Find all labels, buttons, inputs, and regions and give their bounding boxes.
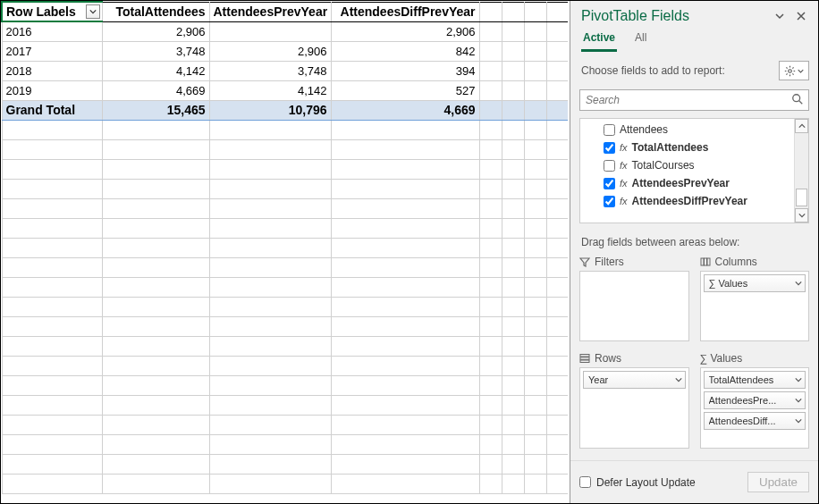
empty-cell[interactable] bbox=[2, 238, 102, 257]
grand-total-prev[interactable]: 10,796 bbox=[209, 100, 331, 120]
empty-cell[interactable] bbox=[502, 61, 524, 80]
empty-cell[interactable] bbox=[102, 454, 209, 474]
empty-cell[interactable] bbox=[209, 159, 331, 179]
empty-cell[interactable] bbox=[209, 198, 331, 218]
empty-cell[interactable] bbox=[502, 356, 524, 375]
empty-cell[interactable] bbox=[331, 454, 479, 474]
area-chip[interactable]: AttendeesDiff... bbox=[704, 412, 806, 430]
cell-total[interactable]: 4,142 bbox=[102, 61, 209, 80]
grand-total-diff[interactable]: 4,669 bbox=[331, 100, 479, 120]
defer-layout-checkbox[interactable] bbox=[579, 476, 591, 488]
area-filters-box[interactable] bbox=[579, 271, 689, 341]
field-checkbox[interactable] bbox=[604, 142, 615, 154]
empty-cell[interactable] bbox=[102, 356, 209, 375]
empty-cell[interactable] bbox=[502, 316, 524, 336]
empty-cell[interactable] bbox=[524, 454, 546, 474]
field-item[interactable]: fxTotalAttendees bbox=[586, 139, 792, 156]
tab-all[interactable]: All bbox=[633, 28, 648, 52]
empty-cell[interactable] bbox=[331, 159, 479, 179]
field-checkbox[interactable] bbox=[604, 160, 615, 172]
tab-active[interactable]: Active bbox=[581, 28, 617, 52]
cell-prev[interactable] bbox=[209, 21, 331, 41]
field-checkbox[interactable] bbox=[604, 124, 615, 136]
empty-cell[interactable] bbox=[502, 415, 524, 434]
empty-cell[interactable] bbox=[502, 434, 524, 454]
empty-cell[interactable] bbox=[502, 297, 524, 316]
empty-cell[interactable] bbox=[502, 139, 524, 159]
empty-cell[interactable] bbox=[479, 159, 502, 179]
empty-cell[interactable] bbox=[102, 238, 209, 257]
row-label[interactable]: 2019 bbox=[2, 80, 102, 100]
empty-cell[interactable] bbox=[479, 120, 502, 139]
empty-cell[interactable] bbox=[102, 316, 209, 336]
empty-cell[interactable] bbox=[209, 179, 331, 198]
cell-prev[interactable]: 3,748 bbox=[209, 61, 331, 80]
empty-cell[interactable] bbox=[546, 179, 568, 198]
empty-cell[interactable] bbox=[102, 179, 209, 198]
empty-cell[interactable] bbox=[502, 2, 524, 21]
empty-cell[interactable] bbox=[331, 238, 479, 257]
empty-cell[interactable] bbox=[546, 257, 568, 277]
empty-cell[interactable] bbox=[209, 277, 331, 297]
empty-cell[interactable] bbox=[502, 277, 524, 297]
empty-cell[interactable] bbox=[524, 316, 546, 336]
empty-cell[interactable] bbox=[524, 139, 546, 159]
empty-cell[interactable] bbox=[209, 218, 331, 238]
empty-cell[interactable] bbox=[102, 218, 209, 238]
empty-cell[interactable] bbox=[524, 218, 546, 238]
pane-close-button[interactable] bbox=[793, 8, 809, 24]
empty-cell[interactable] bbox=[546, 434, 568, 454]
empty-cell[interactable] bbox=[209, 415, 331, 434]
field-list-scrollbar[interactable] bbox=[794, 119, 808, 223]
empty-cell[interactable] bbox=[479, 395, 502, 415]
empty-cell[interactable] bbox=[2, 257, 102, 277]
empty-cell[interactable] bbox=[479, 80, 502, 100]
empty-cell[interactable] bbox=[479, 297, 502, 316]
empty-cell[interactable] bbox=[2, 454, 102, 474]
empty-cell[interactable] bbox=[331, 179, 479, 198]
cell-diff[interactable]: 842 bbox=[331, 41, 479, 61]
empty-cell[interactable] bbox=[331, 336, 479, 356]
empty-cell[interactable] bbox=[2, 434, 102, 454]
update-button[interactable]: Update bbox=[747, 472, 809, 492]
empty-cell[interactable] bbox=[209, 257, 331, 277]
empty-cell[interactable] bbox=[479, 139, 502, 159]
empty-cell[interactable] bbox=[502, 454, 524, 474]
empty-cell[interactable] bbox=[502, 474, 524, 493]
field-layout-button[interactable] bbox=[779, 61, 809, 80]
empty-cell[interactable] bbox=[546, 139, 568, 159]
empty-cell[interactable] bbox=[502, 238, 524, 257]
empty-cell[interactable] bbox=[209, 316, 331, 336]
empty-cell[interactable] bbox=[546, 336, 568, 356]
empty-cell[interactable] bbox=[502, 120, 524, 139]
empty-cell[interactable] bbox=[2, 415, 102, 434]
empty-cell[interactable] bbox=[331, 415, 479, 434]
empty-cell[interactable] bbox=[209, 395, 331, 415]
empty-cell[interactable] bbox=[479, 277, 502, 297]
empty-cell[interactable] bbox=[331, 277, 479, 297]
empty-cell[interactable] bbox=[2, 356, 102, 375]
empty-cell[interactable] bbox=[479, 474, 502, 493]
empty-cell[interactable] bbox=[524, 474, 546, 493]
empty-cell[interactable] bbox=[546, 198, 568, 218]
empty-cell[interactable] bbox=[479, 61, 502, 80]
cell-total[interactable]: 2,906 bbox=[102, 21, 209, 41]
empty-cell[interactable] bbox=[479, 21, 502, 41]
grand-total-label[interactable]: Grand Total bbox=[2, 100, 102, 120]
empty-cell[interactable] bbox=[502, 395, 524, 415]
cell-diff[interactable]: 394 bbox=[331, 61, 479, 80]
empty-cell[interactable] bbox=[502, 159, 524, 179]
empty-cell[interactable] bbox=[331, 434, 479, 454]
field-item[interactable]: fxAttendeesDiffPrevYear bbox=[586, 192, 792, 210]
empty-cell[interactable] bbox=[546, 61, 568, 80]
empty-cell[interactable] bbox=[546, 159, 568, 179]
area-chip[interactable]: TotalAttendees bbox=[704, 371, 806, 389]
empty-cell[interactable] bbox=[546, 297, 568, 316]
empty-cell[interactable] bbox=[524, 61, 546, 80]
empty-cell[interactable] bbox=[524, 21, 546, 41]
empty-cell[interactable] bbox=[479, 100, 502, 120]
empty-cell[interactable] bbox=[546, 415, 568, 434]
empty-cell[interactable] bbox=[479, 356, 502, 375]
field-item[interactable]: fxTotalCourses bbox=[586, 156, 792, 174]
area-chip[interactable]: ∑ Values bbox=[704, 274, 806, 292]
